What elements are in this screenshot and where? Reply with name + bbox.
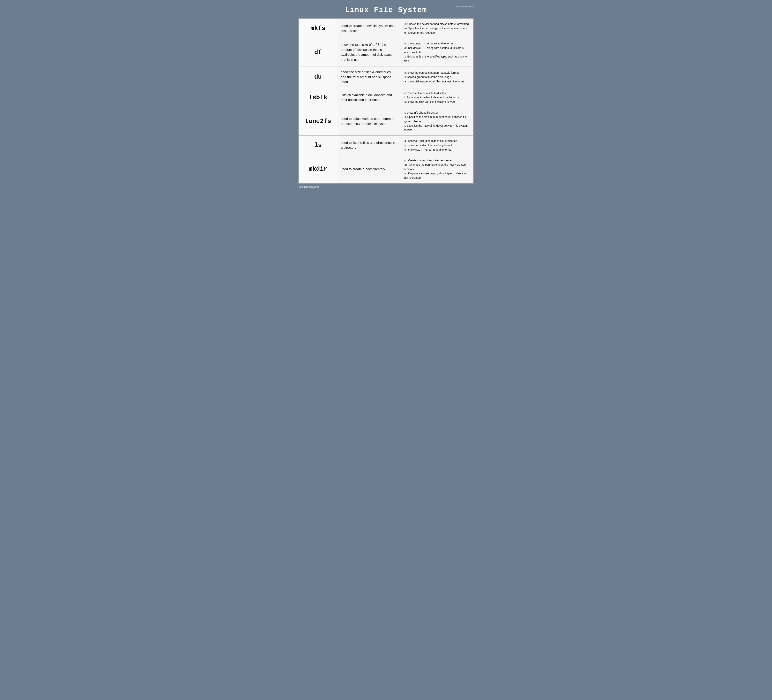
description-cell-lsblk: lists all available block devices and th… — [337, 88, 400, 107]
flags-cell-ls: -a : show all (including hidden file/dir… — [400, 135, 473, 155]
table-row: dfshow the total size of a FS, the amoun… — [299, 38, 473, 66]
main-table-wrapper: mkfsused to create a new file system on … — [298, 18, 474, 184]
description-cell-du: show the size of files & directories, an… — [337, 66, 400, 88]
flags-cell-mkdir: -p : Creates parent directories as neede… — [400, 155, 473, 183]
table-row: dushow the size of files & directories, … — [299, 66, 473, 88]
command-cell-lsblk: lsblk — [299, 88, 337, 107]
table-row: lsused to list the files and directories… — [299, 135, 473, 155]
description-cell-mkfs: used to create a new file system on a di… — [337, 19, 400, 38]
command-cell-tune2fs: tune2fs — [299, 107, 337, 135]
table-row: mkfsused to create a new file system on … — [299, 19, 473, 38]
description-cell-df: show the total size of a FS, the amount … — [337, 38, 400, 66]
command-cell-mkdir: mkdir — [299, 155, 337, 183]
table-row: lsblklists all available block devices a… — [299, 88, 473, 107]
flags-cell-mkfs: -c: Checks the device for bad blocks bef… — [400, 19, 473, 38]
description-cell-mkdir: used to create a new directory — [337, 155, 400, 183]
command-cell-df: df — [299, 38, 337, 66]
flags-cell-tune2fs: -i: show info about file system-c: Speci… — [400, 107, 473, 135]
table-row: mkdirused to create a new directory-p : … — [299, 155, 473, 183]
commands-table: mkfsused to create a new file system on … — [299, 18, 473, 184]
table-row: tune2fsused to adjust various parameters… — [299, 107, 473, 135]
command-cell-du: du — [299, 66, 337, 88]
watermark-bottom: takethenotes.com — [296, 184, 476, 190]
page-container: takethenotes.com Linux File System mkfsu… — [296, 4, 476, 196]
watermark-top: takethenotes.com — [456, 5, 473, 8]
flags-cell-lsblk: -o: which columns of info to display-l: … — [400, 88, 473, 107]
flags-cell-df: -h: show output in human-readable format… — [400, 38, 473, 66]
command-cell-ls: ls — [299, 135, 337, 155]
command-cell-mkfs: mkfs — [299, 19, 337, 38]
description-cell-ls: used to list the files and directories i… — [337, 135, 400, 155]
flags-cell-du: -h: show the output in human-readable fo… — [400, 66, 473, 88]
page-title: Linux File System — [296, 6, 476, 14]
description-cell-tune2fs: used to adjust various parameters of an … — [337, 107, 400, 135]
